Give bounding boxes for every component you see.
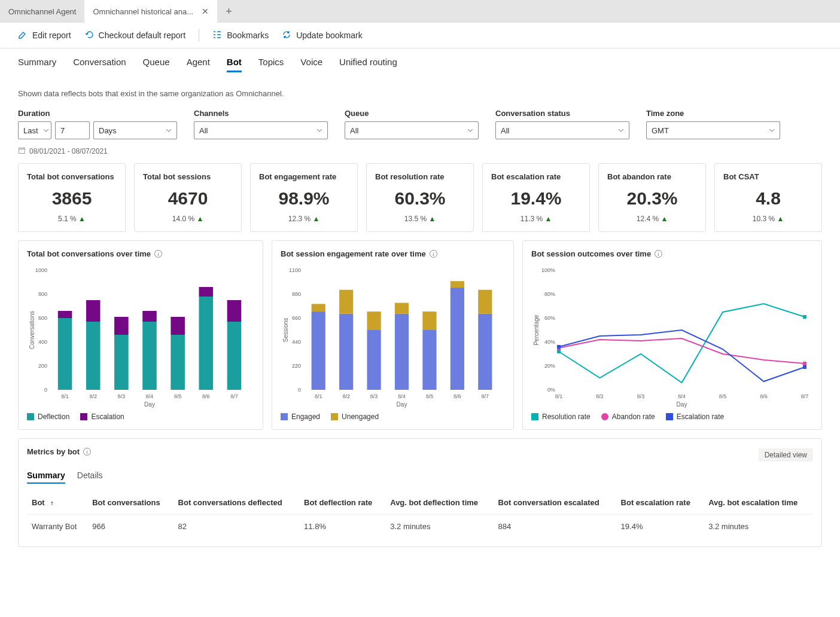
svg-rect-54 bbox=[478, 314, 492, 390]
edit-report-button[interactable]: Edit report bbox=[18, 30, 71, 41]
duration-value-input[interactable]: 7 bbox=[55, 121, 90, 139]
column-header[interactable]: Bot deflection rate bbox=[299, 491, 385, 515]
column-header[interactable]: Bot conversations deflected bbox=[174, 491, 300, 515]
column-header[interactable]: Bot bbox=[27, 491, 87, 515]
svg-text:8/6: 8/6 bbox=[760, 393, 768, 399]
nav-voice[interactable]: Voice bbox=[300, 57, 322, 72]
kpi-delta: 12.3 % ▲ bbox=[259, 215, 349, 223]
new-tab-button[interactable]: + bbox=[217, 0, 241, 23]
timezone-select[interactable]: GMT bbox=[646, 121, 780, 139]
refresh-icon bbox=[282, 30, 291, 41]
legend-item: Engaged bbox=[281, 413, 320, 421]
svg-text:Conversations: Conversations bbox=[29, 311, 35, 349]
column-header[interactable]: Bot conversation escalated bbox=[494, 491, 616, 515]
svg-rect-19 bbox=[171, 335, 185, 390]
kpi-card: Total bot conversations 3865 5.1 % ▲ bbox=[18, 163, 126, 232]
chart-title: Bot session engagement rate over time bbox=[281, 249, 426, 258]
svg-text:8/2: 8/2 bbox=[89, 393, 97, 399]
legend-item: Deflection bbox=[27, 413, 69, 421]
table-tab-summary[interactable]: Summary bbox=[27, 471, 65, 484]
nav-agent[interactable]: Agent bbox=[187, 57, 210, 72]
close-icon[interactable]: ✕ bbox=[202, 7, 209, 16]
svg-text:8/7: 8/7 bbox=[482, 393, 489, 399]
info-icon[interactable]: i bbox=[430, 250, 437, 258]
svg-rect-37 bbox=[312, 304, 325, 311]
nav-unified-routing[interactable]: Unified routing bbox=[339, 57, 397, 72]
filters: Duration Last 7 Days Channels All Queue … bbox=[0, 104, 840, 143]
kpi-delta: 12.4 % ▲ bbox=[607, 215, 697, 223]
info-icon[interactable]: i bbox=[83, 448, 91, 456]
window-tabs: Omnichannel Agent Omnichannel historical… bbox=[0, 0, 840, 23]
svg-text:600: 600 bbox=[38, 315, 47, 321]
legend-item: Resolution rate bbox=[531, 413, 591, 421]
svg-text:Sessions: Sessions bbox=[282, 318, 289, 343]
queue-select[interactable]: All bbox=[345, 121, 479, 139]
nav-bot[interactable]: Bot bbox=[227, 57, 242, 72]
status-label: Conversation status bbox=[495, 109, 629, 118]
svg-text:8/6: 8/6 bbox=[454, 393, 461, 399]
svg-rect-16 bbox=[142, 322, 157, 390]
info-icon[interactable]: i bbox=[154, 250, 162, 258]
nav-summary[interactable]: Summary bbox=[18, 57, 56, 72]
svg-text:660: 660 bbox=[292, 315, 301, 321]
nav-conversation[interactable]: Conversation bbox=[73, 57, 126, 72]
kpi-title: Bot engagement rate bbox=[259, 172, 349, 181]
kpi-value: 4.8 bbox=[723, 188, 813, 209]
svg-rect-17 bbox=[142, 311, 157, 322]
bookmarks-button[interactable]: Bookmarks bbox=[212, 30, 269, 41]
svg-text:Day: Day bbox=[397, 401, 407, 408]
column-header[interactable]: Avg. bot deflection time bbox=[385, 491, 493, 515]
svg-text:440: 440 bbox=[292, 339, 301, 345]
svg-text:0%: 0% bbox=[547, 387, 555, 393]
svg-text:8/1: 8/1 bbox=[315, 393, 322, 399]
svg-rect-46 bbox=[395, 303, 409, 314]
trend-up-icon: ▲ bbox=[78, 215, 86, 223]
nav-queue[interactable]: Queue bbox=[143, 57, 170, 72]
kpi-delta: 10.3 % ▲ bbox=[723, 215, 813, 223]
svg-rect-72 bbox=[803, 315, 806, 319]
kpi-row: Total bot conversations 3865 5.1 % ▲Tota… bbox=[0, 163, 840, 232]
kpi-value: 60.3% bbox=[375, 188, 465, 209]
kpi-title: Total bot conversations bbox=[27, 172, 117, 181]
toolbar: Edit report Checkout default report Book… bbox=[0, 23, 840, 48]
chart-conversations: Total bot conversations over timei 02004… bbox=[18, 240, 263, 430]
trend-up-icon: ▲ bbox=[312, 215, 319, 223]
table-title: Metrics by bot bbox=[27, 447, 80, 456]
svg-rect-23 bbox=[199, 287, 214, 297]
column-header[interactable]: Bot escalation rate bbox=[616, 491, 704, 515]
legend-item: Unengaged bbox=[331, 413, 379, 421]
svg-text:8/7: 8/7 bbox=[230, 393, 238, 399]
svg-rect-55 bbox=[478, 290, 492, 314]
tab-inactive[interactable]: Omnichannel Agent bbox=[0, 0, 84, 23]
kpi-card: Bot CSAT 4.8 10.3 % ▲ bbox=[714, 163, 822, 232]
legend-item: Abandon rate bbox=[601, 413, 655, 421]
column-header[interactable]: Bot conversations bbox=[87, 491, 173, 515]
svg-rect-52 bbox=[451, 281, 464, 288]
kpi-card: Bot resolution rate 60.3% 13.5 % ▲ bbox=[366, 163, 474, 232]
svg-rect-43 bbox=[367, 311, 381, 330]
duration-unit-select[interactable]: Days bbox=[93, 121, 177, 139]
svg-text:8/2: 8/2 bbox=[342, 393, 350, 399]
status-select[interactable]: All bbox=[495, 121, 629, 139]
tab-active[interactable]: Omnichannel historical ana... ✕ bbox=[84, 0, 217, 23]
kpi-delta: 11.3 % ▲ bbox=[491, 215, 581, 223]
column-header[interactable]: Avg. bot escalation time bbox=[704, 491, 813, 515]
kpi-value: 98.9% bbox=[259, 188, 349, 209]
nav-topics[interactable]: Topics bbox=[258, 57, 284, 72]
update-bookmark-button[interactable]: Update bookmark bbox=[282, 30, 363, 41]
svg-rect-76 bbox=[803, 365, 806, 369]
chart-engagement: Bot session engagement rate over timei 0… bbox=[272, 240, 514, 430]
channels-select[interactable]: All bbox=[194, 121, 328, 139]
duration-mode-select[interactable]: Last bbox=[18, 121, 51, 139]
kpi-card: Total bot sessions 4670 14.0 % ▲ bbox=[134, 163, 242, 232]
table-tab-details[interactable]: Details bbox=[77, 471, 103, 484]
svg-text:8/4: 8/4 bbox=[398, 393, 406, 399]
svg-rect-77 bbox=[557, 345, 561, 349]
detailed-view-button[interactable]: Detailed view bbox=[759, 448, 813, 462]
channels-label: Channels bbox=[194, 109, 328, 118]
checkout-report-button[interactable]: Checkout default report bbox=[84, 30, 186, 41]
kpi-title: Bot abandon rate bbox=[607, 172, 697, 181]
svg-text:1100: 1100 bbox=[289, 267, 301, 273]
info-icon[interactable]: i bbox=[655, 250, 662, 258]
table-row[interactable]: Warranty Bot9668211.8%3.2 minutes88419.4… bbox=[27, 515, 813, 539]
